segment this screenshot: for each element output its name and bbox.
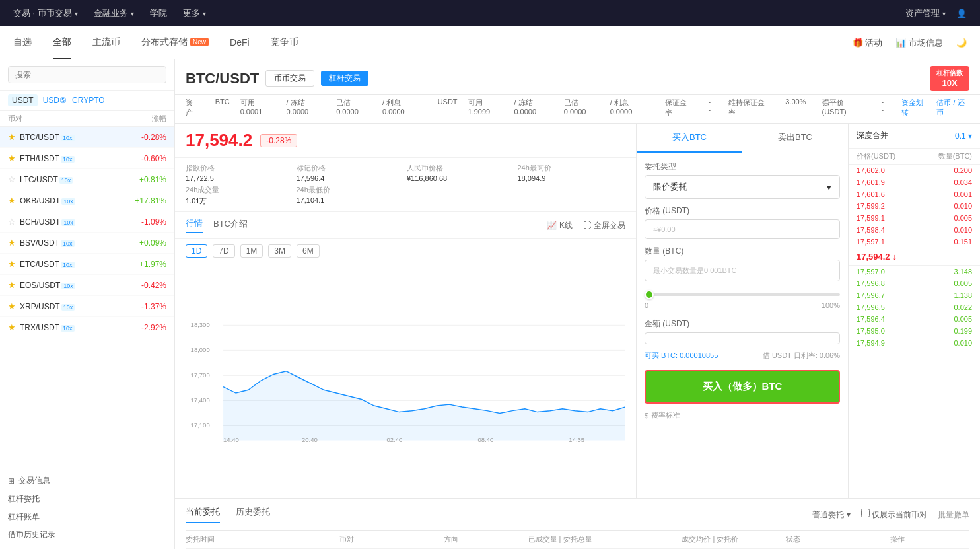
coin-item[interactable]: ★ ETH/USDT10x -0.60% bbox=[0, 148, 174, 169]
nav-academy[interactable]: 学院 bbox=[150, 7, 167, 19]
slider-max: 100% bbox=[822, 301, 840, 309]
coin-item[interactable]: ☆ BCH/USDT10x -1.09% bbox=[0, 211, 174, 233]
buy-button[interactable]: 买入（做多）BTC bbox=[645, 370, 840, 404]
nav-defi[interactable]: DeFi bbox=[230, 26, 250, 59]
star-icon[interactable]: ★ bbox=[8, 259, 16, 269]
svg-text:20:40: 20:40 bbox=[302, 436, 318, 443]
star-icon[interactable]: ★ bbox=[8, 280, 16, 290]
depth-bid-item[interactable]: 17,597.03.148 bbox=[849, 266, 980, 277]
tab-history-orders[interactable]: 历史委托 bbox=[236, 506, 270, 523]
coin-item[interactable]: ☆ LTC/USDT10x +0.81% bbox=[0, 169, 174, 190]
tab-intro[interactable]: BTC介绍 bbox=[213, 218, 248, 233]
fee-icon: $ bbox=[645, 412, 648, 420]
transfer-link[interactable]: 资金划转 bbox=[901, 98, 928, 118]
order-type-filter[interactable]: 普通委托 ▾ bbox=[812, 509, 850, 521]
filter-usdt[interactable]: USDT bbox=[8, 94, 38, 106]
time-tab[interactable]: 7D bbox=[213, 244, 234, 258]
trade-info-item[interactable]: 借币历史记录 bbox=[8, 527, 166, 542]
depth-bid-item[interactable]: 17,596.50.022 bbox=[849, 301, 980, 313]
coin-item[interactable]: ★ OKB/USDT10x +17.81% bbox=[0, 190, 174, 211]
nav-activity[interactable]: 🎁 活动 bbox=[853, 37, 883, 49]
buy-tab[interactable]: 买入BTC bbox=[637, 124, 742, 153]
depth-ask-item[interactable]: 17,598.40.010 bbox=[849, 224, 980, 236]
cancel-all-btn[interactable]: 批量撤单 bbox=[938, 509, 969, 521]
nav-more[interactable]: 更多 ▾ bbox=[183, 7, 206, 19]
price-input[interactable]: ≈¥0.00 bbox=[645, 219, 840, 239]
depth-bid-item[interactable]: 17,595.00.199 bbox=[849, 325, 980, 337]
depth-ask-item[interactable]: 17,597.10.151 bbox=[849, 236, 980, 248]
nav-user-icon[interactable]: 👤 bbox=[956, 9, 967, 18]
time-tab[interactable]: 6M bbox=[297, 244, 320, 258]
kline-btn[interactable]: 📈 K线 bbox=[547, 220, 573, 231]
nav-assets[interactable]: 资产管理 ▾ bbox=[905, 7, 946, 19]
coin-item[interactable]: ★ XRP/USDT10x -1.37% bbox=[0, 296, 174, 317]
nav-all[interactable]: 全部 bbox=[53, 26, 71, 59]
order-type-select[interactable]: 限价委托 ▾ bbox=[645, 175, 840, 199]
ask-price: 17,601.6 bbox=[857, 190, 885, 198]
trade-info-title[interactable]: ⊞ 交易信息 bbox=[8, 475, 166, 486]
depth-precision[interactable]: 0.1 ▾ bbox=[955, 131, 972, 141]
borrow-link[interactable]: 借币 / 还币 bbox=[936, 98, 969, 118]
nav-theme[interactable]: 🌙 bbox=[956, 38, 967, 48]
nav-trade[interactable]: 交易 · 币币交易 ▾ bbox=[13, 7, 78, 19]
time-tab[interactable]: 3M bbox=[268, 244, 291, 258]
depth-ask-item[interactable]: 17,599.10.005 bbox=[849, 212, 980, 224]
current-pair-checkbox[interactable] bbox=[861, 509, 870, 517]
coin-change: -2.92% bbox=[141, 323, 166, 332]
svg-text:17,700: 17,700 bbox=[191, 371, 210, 379]
leverage-tab-btn[interactable]: 杠杆交易 bbox=[321, 71, 368, 86]
slider-thumb[interactable] bbox=[645, 290, 654, 299]
depth-ask-item[interactable]: 17,599.20.010 bbox=[849, 200, 980, 212]
depth-bid-item[interactable]: 17,596.71.138 bbox=[849, 289, 980, 301]
depth-ask-item[interactable]: 17,601.90.034 bbox=[849, 176, 980, 188]
coin-item[interactable]: ★ BTC/USDT10x -0.28% bbox=[0, 127, 174, 148]
star-icon[interactable]: ★ bbox=[8, 196, 16, 205]
star-icon[interactable]: ★ bbox=[8, 238, 16, 248]
depth-ask-item[interactable]: 17,601.60.001 bbox=[849, 188, 980, 200]
current-pair-filter[interactable]: 仅展示当前币对 bbox=[861, 509, 927, 521]
leverage-badge[interactable]: 杠杆倍数 10X bbox=[930, 66, 969, 91]
amount-label: 金额 (USDT) bbox=[645, 318, 840, 330]
star-icon[interactable]: ☆ bbox=[8, 217, 16, 227]
coin-item[interactable]: ★ BSV/USDT10x +0.09% bbox=[0, 233, 174, 254]
filter-crypto[interactable]: CRYPTO bbox=[72, 96, 105, 105]
depth-bid-item[interactable]: 17,594.90.010 bbox=[849, 337, 980, 349]
nav-market[interactable]: 📊 市场信息 bbox=[895, 37, 943, 49]
tab-market[interactable]: 行情 bbox=[186, 217, 203, 233]
quantity-input[interactable]: 最小交易数量是0.001BTC bbox=[645, 260, 840, 281]
liquidate-val: -- bbox=[882, 98, 886, 118]
coin-item[interactable]: ★ ETC/USDT10x +1.97% bbox=[0, 254, 174, 275]
filter-usd[interactable]: USD⑤ bbox=[43, 96, 67, 105]
star-icon[interactable]: ★ bbox=[8, 153, 16, 163]
coin-name: XRP/USDT10x bbox=[20, 302, 137, 311]
trade-info-item[interactable]: 杠杆委托 bbox=[8, 492, 166, 507]
nav-compete[interactable]: 竞争币 bbox=[271, 26, 298, 59]
depth-ask-item[interactable]: 17,602.00.200 bbox=[849, 165, 980, 176]
depth-bid-item[interactable]: 17,596.40.005 bbox=[849, 313, 980, 325]
time-tab[interactable]: 1M bbox=[240, 244, 263, 258]
slider-track[interactable] bbox=[645, 293, 840, 296]
chevron-icon: ▾ bbox=[203, 10, 206, 17]
nav-finance[interactable]: 金融业务 ▾ bbox=[94, 7, 134, 19]
coin-name: BCH/USDT10x bbox=[20, 217, 137, 227]
search-input[interactable] bbox=[8, 66, 166, 83]
leverage-badge-sm: 10x bbox=[61, 262, 75, 268]
star-icon[interactable]: ★ bbox=[8, 322, 16, 332]
star-icon[interactable]: ★ bbox=[8, 132, 16, 142]
trade-info-item[interactable]: 杠杆账单 bbox=[8, 509, 166, 525]
nav-watchlist[interactable]: 自选 bbox=[13, 26, 32, 59]
nav-mainstream[interactable]: 主流币 bbox=[92, 26, 120, 59]
depth-bid-item[interactable]: 17,596.80.005 bbox=[849, 277, 980, 289]
ask-qty: 0.010 bbox=[954, 226, 972, 234]
time-tab[interactable]: 1D bbox=[186, 244, 207, 258]
currency-tab-btn[interactable]: 币币交易 bbox=[265, 70, 314, 87]
sell-tab[interactable]: 卖出BTC bbox=[742, 124, 848, 153]
star-icon[interactable]: ☆ bbox=[8, 174, 16, 184]
fullscreen-btn[interactable]: ⛶ 全屏交易 bbox=[583, 220, 625, 231]
coin-item[interactable]: ★ TRX/USDT10x -2.92% bbox=[0, 317, 174, 338]
nav-decentral[interactable]: 分布式存储 New bbox=[141, 26, 209, 59]
coin-item[interactable]: ★ EOS/USDT10x -0.42% bbox=[0, 275, 174, 296]
amount-input[interactable] bbox=[645, 332, 840, 344]
tab-current-orders[interactable]: 当前委托 bbox=[186, 506, 220, 523]
star-icon[interactable]: ★ bbox=[8, 301, 16, 311]
